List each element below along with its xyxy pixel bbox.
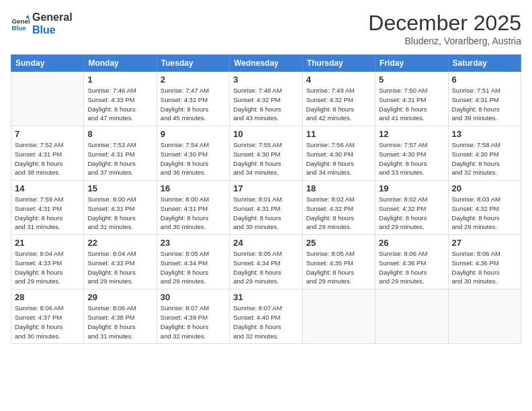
weekday-header-sunday: Sunday [11,55,84,72]
calendar-cell: 1Sunrise: 7:46 AM Sunset: 4:33 PM Daylig… [84,72,157,126]
day-number: 25 [306,238,371,248]
day-number: 26 [379,238,444,248]
day-number: 31 [233,292,298,302]
day-info: Sunrise: 8:06 AM Sunset: 4:38 PM Dayligh… [87,304,152,340]
weekday-header-friday: Friday [375,55,448,72]
calendar-cell: 17Sunrise: 8:01 AM Sunset: 4:31 PM Dayli… [230,181,302,235]
title-block: December 2025 Bludenz, Vorarlberg, Austr… [368,11,521,46]
calendar-cell: 29Sunrise: 8:06 AM Sunset: 4:38 PM Dayli… [84,289,157,344]
svg-text:Blue: Blue [11,24,26,32]
day-info: Sunrise: 8:07 AM Sunset: 4:40 PM Dayligh… [233,304,298,340]
calendar-cell [375,289,448,344]
calendar-cell: 30Sunrise: 8:07 AM Sunset: 4:39 PM Dayli… [157,289,229,344]
logo: General Blue General Blue [11,11,73,36]
week-row-3: 14Sunrise: 7:59 AM Sunset: 4:31 PM Dayli… [11,181,521,235]
calendar-cell: 4Sunrise: 7:49 AM Sunset: 4:32 PM Daylig… [302,72,375,126]
day-info: Sunrise: 7:50 AM Sunset: 4:31 PM Dayligh… [379,86,444,123]
day-number: 14 [15,183,80,193]
calendar-cell: 22Sunrise: 8:04 AM Sunset: 4:33 PM Dayli… [84,235,157,289]
day-number: 20 [452,183,517,193]
weekday-header-saturday: Saturday [448,55,521,72]
day-number: 15 [87,183,152,193]
day-number: 17 [233,183,298,193]
day-number: 13 [452,129,517,139]
day-info: Sunrise: 7:49 AM Sunset: 4:32 PM Dayligh… [306,86,371,123]
day-number: 8 [87,129,152,139]
day-number: 22 [87,238,152,248]
day-number: 7 [15,129,80,139]
calendar-cell: 2Sunrise: 7:47 AM Sunset: 4:32 PM Daylig… [157,72,229,126]
calendar-cell: 21Sunrise: 8:04 AM Sunset: 4:33 PM Dayli… [11,235,84,289]
week-row-1: 1Sunrise: 7:46 AM Sunset: 4:33 PM Daylig… [11,72,521,126]
day-number: 23 [161,238,226,248]
calendar-cell: 13Sunrise: 7:58 AM Sunset: 4:30 PM Dayli… [448,126,521,181]
day-number: 12 [379,129,444,139]
day-info: Sunrise: 7:58 AM Sunset: 4:30 PM Dayligh… [452,140,517,177]
calendar-cell [448,289,521,344]
day-number: 24 [233,238,298,248]
day-info: Sunrise: 7:47 AM Sunset: 4:32 PM Dayligh… [161,86,226,123]
day-info: Sunrise: 8:01 AM Sunset: 4:31 PM Dayligh… [233,195,298,232]
day-number: 1 [87,75,152,85]
day-info: Sunrise: 7:56 AM Sunset: 4:30 PM Dayligh… [306,140,371,177]
calendar-cell: 31Sunrise: 8:07 AM Sunset: 4:40 PM Dayli… [230,289,302,344]
day-number: 11 [306,129,371,139]
calendar-cell: 20Sunrise: 8:03 AM Sunset: 4:32 PM Dayli… [448,181,521,235]
day-info: Sunrise: 7:53 AM Sunset: 4:31 PM Dayligh… [87,140,152,177]
weekday-header-row: SundayMondayTuesdayWednesdayThursdayFrid… [11,55,521,72]
calendar-cell: 15Sunrise: 8:00 AM Sunset: 4:31 PM Dayli… [84,181,157,235]
calendar-cell: 24Sunrise: 8:05 AM Sunset: 4:34 PM Dayli… [230,235,302,289]
calendar-cell: 9Sunrise: 7:54 AM Sunset: 4:30 PM Daylig… [157,126,229,181]
day-info: Sunrise: 8:00 AM Sunset: 4:31 PM Dayligh… [161,195,226,232]
calendar-cell: 23Sunrise: 8:05 AM Sunset: 4:34 PM Dayli… [157,235,229,289]
calendar-table: SundayMondayTuesdayWednesdayThursdayFrid… [11,54,521,344]
day-info: Sunrise: 8:04 AM Sunset: 4:33 PM Dayligh… [15,249,80,286]
calendar-cell: 11Sunrise: 7:56 AM Sunset: 4:30 PM Dayli… [302,126,375,181]
calendar-cell: 14Sunrise: 7:59 AM Sunset: 4:31 PM Dayli… [11,181,84,235]
location-subtitle: Bludenz, Vorarlberg, Austria [368,36,521,46]
calendar-cell: 27Sunrise: 8:06 AM Sunset: 4:36 PM Dayli… [448,235,521,289]
day-info: Sunrise: 8:06 AM Sunset: 4:36 PM Dayligh… [379,249,444,286]
logo-line2: Blue [32,24,73,36]
calendar-cell: 6Sunrise: 7:51 AM Sunset: 4:31 PM Daylig… [448,72,521,126]
day-info: Sunrise: 8:03 AM Sunset: 4:32 PM Dayligh… [452,195,517,232]
day-number: 27 [452,238,517,248]
day-info: Sunrise: 8:06 AM Sunset: 4:37 PM Dayligh… [15,304,80,340]
day-number: 2 [161,75,226,85]
calendar-cell: 18Sunrise: 8:02 AM Sunset: 4:32 PM Dayli… [302,181,375,235]
day-number: 10 [233,129,298,139]
calendar-cell [302,289,375,344]
calendar-cell: 7Sunrise: 7:52 AM Sunset: 4:31 PM Daylig… [11,126,84,181]
day-number: 6 [452,75,517,85]
day-number: 9 [161,129,226,139]
day-number: 19 [379,183,444,193]
day-number: 30 [161,292,226,302]
day-info: Sunrise: 8:02 AM Sunset: 4:32 PM Dayligh… [306,195,371,232]
day-number: 21 [15,238,80,248]
day-info: Sunrise: 7:55 AM Sunset: 4:30 PM Dayligh… [233,140,298,177]
calendar-cell: 3Sunrise: 7:48 AM Sunset: 4:32 PM Daylig… [230,72,302,126]
calendar-cell: 26Sunrise: 8:06 AM Sunset: 4:36 PM Dayli… [375,235,448,289]
calendar-cell: 5Sunrise: 7:50 AM Sunset: 4:31 PM Daylig… [375,72,448,126]
day-number: 18 [306,183,371,193]
day-info: Sunrise: 8:07 AM Sunset: 4:39 PM Dayligh… [161,304,226,340]
day-number: 4 [306,75,371,85]
day-info: Sunrise: 7:46 AM Sunset: 4:33 PM Dayligh… [87,86,152,123]
day-number: 5 [379,75,444,85]
weekday-header-thursday: Thursday [302,55,375,72]
day-number: 16 [161,183,226,193]
calendar-cell: 16Sunrise: 8:00 AM Sunset: 4:31 PM Dayli… [157,181,229,235]
logo-line1: General [32,11,73,24]
calendar-cell: 10Sunrise: 7:55 AM Sunset: 4:30 PM Dayli… [230,126,302,181]
day-info: Sunrise: 8:05 AM Sunset: 4:34 PM Dayligh… [233,249,298,286]
week-row-5: 28Sunrise: 8:06 AM Sunset: 4:37 PM Dayli… [11,289,521,344]
calendar-cell: 8Sunrise: 7:53 AM Sunset: 4:31 PM Daylig… [84,126,157,181]
weekday-header-monday: Monday [84,55,157,72]
day-info: Sunrise: 8:00 AM Sunset: 4:31 PM Dayligh… [87,195,152,232]
day-info: Sunrise: 7:59 AM Sunset: 4:31 PM Dayligh… [15,195,80,232]
day-info: Sunrise: 7:57 AM Sunset: 4:30 PM Dayligh… [379,140,444,177]
day-info: Sunrise: 7:48 AM Sunset: 4:32 PM Dayligh… [233,86,298,123]
day-info: Sunrise: 8:05 AM Sunset: 4:34 PM Dayligh… [161,249,226,286]
week-row-2: 7Sunrise: 7:52 AM Sunset: 4:31 PM Daylig… [11,126,521,181]
weekday-header-wednesday: Wednesday [230,55,302,72]
